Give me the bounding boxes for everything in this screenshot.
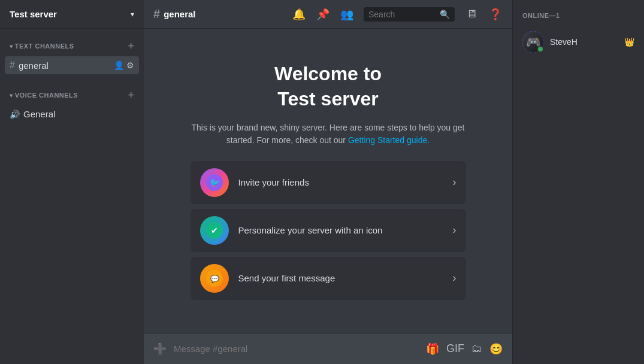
invite-card-chevron-icon: › — [453, 176, 456, 189]
message-input[interactable] — [174, 344, 419, 354]
welcome-title-line2: Test server — [277, 88, 378, 110]
search-bar[interactable]: 🔍 — [364, 7, 455, 22]
user-name-steveh: SteveH — [550, 37, 618, 47]
action-card-message[interactable]: 💬 Send your first message › — [191, 257, 466, 300]
welcome-section: Welcome to Test server This is your bran… — [191, 62, 466, 299]
message-icon: 💬 — [200, 264, 229, 293]
search-input[interactable] — [368, 10, 436, 19]
personalize-icon: ✔ — [200, 216, 229, 245]
status-dot-online — [537, 46, 544, 53]
user-item-steveh[interactable]: 🎮 SteveH 👑 — [518, 26, 639, 57]
message-card-chevron-icon: › — [453, 272, 456, 284]
channel-item-general[interactable]: # general 👤 ⚙ — [5, 56, 139, 74]
add-text-channel-button[interactable]: + — [128, 41, 134, 51]
topbar-icons: 🔔 📌 👥 🔍 🖥 ❓ — [292, 7, 503, 22]
server-header[interactable]: Test server ▾ — [0, 0, 144, 29]
add-voice-channel-button[interactable]: + — [128, 90, 134, 101]
bottom-icons: 🎁 GIF 🗂 😊 — [426, 342, 503, 356]
voice-channel-name-general: General — [23, 109, 134, 119]
invite-icon: 🐦 — [200, 168, 229, 197]
topbar: # general 🔔 📌 👥 🔍 🖥 ❓ — [144, 0, 512, 29]
attach-icon[interactable]: ➕ — [153, 342, 167, 356]
emoji-icon[interactable]: 😊 — [489, 342, 503, 356]
svg-text:🐦: 🐦 — [209, 178, 220, 188]
monitor-icon[interactable]: 🖥 — [464, 7, 479, 22]
server-name: Test server — [10, 9, 57, 19]
user-badge-crown: 👑 — [624, 37, 634, 47]
personalize-card-label: Personalize your server with an icon — [238, 225, 443, 235]
voice-channels-section: VOICE CHANNELS + 🔊 General — [0, 78, 144, 126]
speaker-icon: 🔊 — [10, 110, 20, 119]
svg-text:✔: ✔ — [211, 226, 218, 235]
online-header: ONLINE—1 — [518, 10, 639, 22]
action-cards: 🐦 Invite your friends › — [191, 161, 466, 300]
action-card-invite[interactable]: 🐦 Invite your friends › — [191, 161, 466, 204]
svg-text:💬: 💬 — [210, 274, 219, 283]
welcome-title-line1: Welcome to — [274, 63, 382, 84]
invite-card-label: Invite your friends — [238, 177, 443, 187]
bottom-bar: ➕ 🎁 GIF 🗂 😊 — [144, 333, 512, 364]
text-channels-header: TEXT CHANNELS + — [5, 38, 139, 54]
chat-area: Welcome to Test server This is your bran… — [144, 29, 512, 333]
members-icon[interactable]: 👥 — [340, 7, 354, 22]
settings-icon[interactable]: ⚙ — [126, 60, 134, 70]
server-sidebar: Test server ▾ TEXT CHANNELS + # general … — [0, 0, 144, 364]
gift-icon[interactable]: 🎁 — [426, 342, 439, 356]
gif-icon[interactable]: GIF — [446, 342, 464, 355]
topbar-hash-icon: # — [153, 7, 160, 21]
action-card-personalize[interactable]: ✔ Personalize your server with an icon › — [191, 209, 466, 252]
channel-name-general: general — [19, 60, 114, 71]
main-content: # general 🔔 📌 👥 🔍 🖥 ❓ Welcome to — [144, 0, 512, 364]
user-avatar-wrapper: 🎮 — [522, 31, 544, 53]
help-icon[interactable]: ❓ — [488, 7, 503, 22]
server-chevron-icon: ▾ — [131, 10, 134, 19]
message-card-label: Send your first message — [238, 273, 443, 283]
personalize-card-chevron-icon: › — [453, 224, 456, 236]
welcome-description: This is your brand new, shiny server. He… — [191, 122, 466, 147]
text-channels-label[interactable]: TEXT CHANNELS — [10, 43, 74, 50]
right-sidebar: ONLINE—1 🎮 SteveH 👑 — [512, 0, 644, 364]
topbar-channel-name: general — [164, 9, 195, 19]
hash-icon: # — [10, 60, 15, 71]
text-channels-section: TEXT CHANNELS + # general 👤 ⚙ — [0, 29, 144, 78]
sticker-icon[interactable]: 🗂 — [471, 342, 482, 355]
channel-actions: 👤 ⚙ — [114, 60, 134, 70]
topbar-channel: # general — [153, 7, 195, 21]
search-icon: 🔍 — [440, 10, 450, 19]
voice-channels-label[interactable]: VOICE CHANNELS — [10, 92, 78, 99]
pin-icon[interactable]: 📌 — [316, 7, 330, 22]
getting-started-link[interactable]: Getting Started guide. — [348, 135, 430, 145]
add-member-icon[interactable]: 👤 — [114, 60, 124, 70]
voice-channels-header: VOICE CHANNELS + — [5, 87, 139, 103]
welcome-title: Welcome to Test server — [191, 62, 466, 111]
bell-icon[interactable]: 🔔 — [292, 7, 306, 22]
voice-channel-item-general[interactable]: 🔊 General — [5, 105, 139, 123]
